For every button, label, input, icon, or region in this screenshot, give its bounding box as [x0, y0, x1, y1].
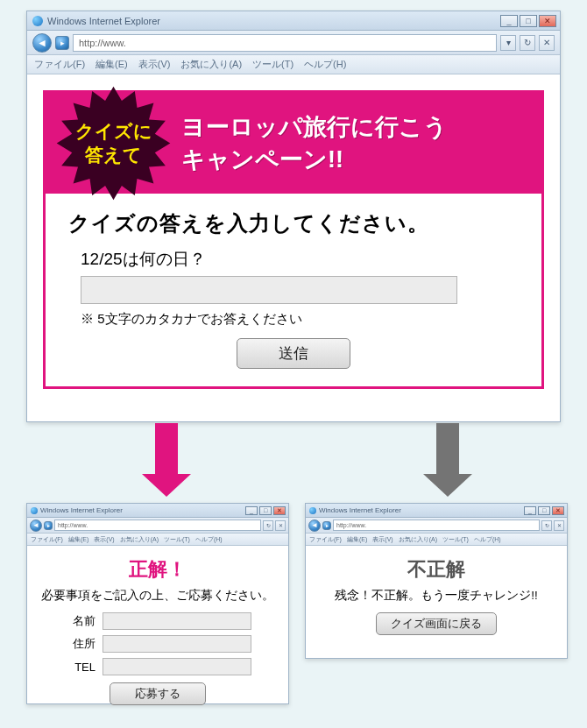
menu-file[interactable]: ファイル(F) [34, 58, 85, 71]
back-to-quiz-button[interactable]: クイズ画面に戻る [376, 612, 497, 635]
menu-tools[interactable]: ツール(T) [442, 535, 469, 544]
campaign-title-line2: キャンペーン!! [181, 144, 448, 175]
address-bar: ◄ ▸ http://www. ↻ ✕ [306, 518, 567, 534]
campaign-header: クイズに 答えて ヨーロッパ旅行に行こう キャンペーン!! [46, 93, 541, 194]
quiz-question: 12/25は何の日？ [81, 248, 519, 271]
titlebar: Windows Internet Explorer _ □ ✕ [27, 11, 560, 31]
menu-view[interactable]: 表示(V) [372, 535, 393, 544]
address-bar: ◄ ▸ http://www. ↻ ✕ [27, 518, 288, 534]
arrow-wrong [423, 423, 472, 497]
quiz-heading: クイズの答えを入力してください。 [68, 209, 519, 237]
wrong-browser-window: Windows Internet Explorer _ □ ✕ ◄ ▸ http… [305, 503, 568, 659]
arrow-correct [142, 423, 191, 497]
forward-button[interactable]: ▸ [322, 521, 331, 530]
label-tel: TEL [57, 661, 95, 674]
maximize-button[interactable]: □ [538, 506, 550, 515]
back-button[interactable]: ◄ [30, 519, 42, 532]
back-button[interactable]: ◄ [308, 519, 321, 532]
url-input[interactable]: http://www. [73, 34, 497, 52]
address-bar: ◄ ▸ http://www. ▾ ↻ ✕ [27, 31, 560, 55]
correct-page: 正解！ 必要事項をご記入の上、ご応募ください。 名前 住所 TEL 応募する [27, 546, 288, 703]
titlebar: Windows Internet Explorer _ □ ✕ [27, 504, 288, 518]
refresh-button[interactable]: ↻ [541, 520, 552, 531]
minimize-button[interactable]: _ [524, 506, 536, 515]
refresh-button[interactable]: ↻ [263, 520, 273, 531]
menu-tools[interactable]: ツール(T) [164, 535, 190, 544]
refresh-button[interactable]: ↻ [520, 35, 535, 51]
address-input[interactable] [103, 635, 251, 653]
campaign-title-line1: ヨーロッパ旅行に行こう [181, 111, 448, 143]
wrong-page: 不正解 残念！不正解。もう一度チャレンジ!! クイズ画面に戻る [306, 546, 567, 658]
label-address: 住所 [57, 636, 95, 652]
tel-input[interactable] [103, 658, 251, 675]
menu-help[interactable]: ヘルプ(H) [195, 535, 223, 544]
answer-input[interactable] [81, 276, 457, 304]
maximize-button[interactable]: □ [520, 15, 537, 27]
campaign-title: ヨーロッパ旅行に行こう キャンペーン!! [181, 111, 448, 175]
wrong-title: 不正解 [316, 556, 556, 583]
back-button[interactable]: ◄ [32, 33, 52, 53]
close-button[interactable]: ✕ [552, 506, 564, 515]
stop-button[interactable]: ✕ [539, 35, 555, 51]
close-button[interactable]: ✕ [539, 15, 556, 27]
submit-button[interactable]: 送信 [237, 338, 350, 369]
menu-file[interactable]: ファイル(F) [309, 535, 342, 544]
menu-bar: ファイル(F) 編集(E) 表示(V) お気に入り(A) ツール(T) ヘルプ(… [27, 55, 560, 74]
menu-view[interactable]: 表示(V) [138, 58, 171, 71]
url-input[interactable]: http://www. [54, 519, 261, 531]
apply-button[interactable]: 応募する [110, 682, 206, 705]
ie-icon [31, 507, 38, 514]
quiz-body: クイズの答えを入力してください。 12/25は何の日？ ※ 5文字のカタカナでお… [46, 194, 541, 386]
main-browser-window: Windows Internet Explorer _ □ ✕ ◄ ▸ http… [26, 11, 561, 422]
url-input[interactable]: http://www. [333, 519, 540, 531]
menu-view[interactable]: 表示(V) [94, 535, 114, 544]
stop-button[interactable]: ✕ [275, 520, 286, 531]
forward-button[interactable]: ▸ [44, 521, 53, 530]
correct-title: 正解！ [38, 556, 278, 583]
menu-favorites[interactable]: お気に入り(A) [399, 535, 437, 544]
badge-line1: クイズに [75, 120, 152, 143]
menu-bar: ファイル(F) 編集(E) 表示(V) お気に入り(A) ツール(T) ヘルプ(… [306, 534, 567, 546]
starburst-badge: クイズに 答えて [54, 84, 173, 202]
correct-subtitle: 必要事項をご記入の上、ご応募ください。 [38, 588, 278, 604]
quiz-hint: ※ 5文字のカタカナでお答えください [81, 311, 519, 328]
maximize-button[interactable]: □ [259, 506, 272, 515]
ie-icon [32, 16, 43, 26]
menu-bar: ファイル(F) 編集(E) 表示(V) お気に入り(A) ツール(T) ヘルプ(… [27, 534, 288, 546]
forward-button[interactable]: ▸ [55, 36, 69, 50]
wrong-subtitle: 残念！不正解。もう一度チャレンジ!! [316, 588, 556, 604]
correct-browser-window: Windows Internet Explorer _ □ ✕ ◄ ▸ http… [26, 503, 289, 704]
window-title: Windows Internet Explorer [40, 506, 123, 514]
menu-edit[interactable]: 編集(E) [68, 535, 88, 544]
dropdown-button[interactable]: ▾ [500, 35, 516, 51]
menu-help[interactable]: ヘルプ(H) [474, 535, 501, 544]
campaign-panel: クイズに 答えて ヨーロッパ旅行に行こう キャンペーン!! クイズの答えを入力し… [43, 90, 544, 389]
menu-edit[interactable]: 編集(E) [95, 58, 128, 71]
menu-file[interactable]: ファイル(F) [31, 535, 63, 544]
menu-tools[interactable]: ツール(T) [252, 58, 294, 71]
minimize-button[interactable]: _ [245, 506, 258, 515]
badge-line2: 答えて [85, 144, 142, 166]
label-name: 名前 [57, 613, 95, 629]
menu-favorites[interactable]: お気に入り(A) [180, 58, 242, 71]
menu-help[interactable]: ヘルプ(H) [304, 58, 346, 71]
stop-button[interactable]: ✕ [554, 520, 564, 531]
ie-icon [309, 507, 316, 514]
titlebar: Windows Internet Explorer _ □ ✕ [306, 504, 567, 518]
minimize-button[interactable]: _ [500, 15, 518, 27]
window-title: Windows Internet Explorer [47, 16, 160, 26]
page-body: クイズに 答えて ヨーロッパ旅行に行こう キャンペーン!! クイズの答えを入力し… [27, 74, 560, 421]
name-input[interactable] [103, 612, 251, 630]
menu-edit[interactable]: 編集(E) [347, 535, 367, 544]
menu-favorites[interactable]: お気に入り(A) [120, 535, 159, 544]
window-title: Windows Internet Explorer [319, 506, 401, 514]
close-button[interactable]: ✕ [273, 506, 286, 515]
